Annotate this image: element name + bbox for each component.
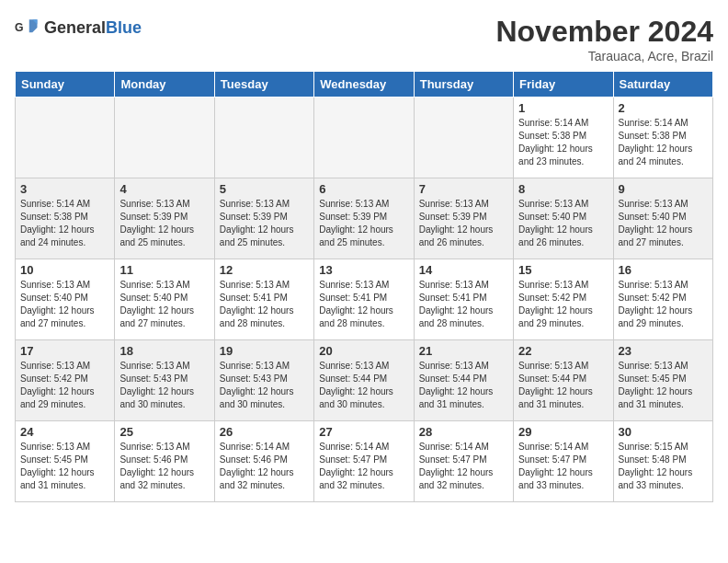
calendar-day-cell: 17 Sunrise: 5:13 AMSunset: 5:42 PMDaylig… xyxy=(16,340,115,421)
header-thursday: Thursday xyxy=(414,72,513,98)
day-number: 24 xyxy=(20,425,109,439)
calendar-day-cell: 19 Sunrise: 5:13 AMSunset: 5:43 PMDaylig… xyxy=(214,340,313,421)
day-number: 3 xyxy=(20,182,109,196)
calendar-day-cell: 7 Sunrise: 5:13 AMSunset: 5:39 PMDayligh… xyxy=(414,178,513,259)
calendar-week-row: 3 Sunrise: 5:14 AMSunset: 5:38 PMDayligh… xyxy=(16,178,713,259)
day-info: Sunrise: 5:14 AMSunset: 5:47 PMDaylight:… xyxy=(319,441,408,492)
calendar-day-cell: 15 Sunrise: 5:13 AMSunset: 5:42 PMDaylig… xyxy=(514,259,613,340)
calendar-day-cell: 18 Sunrise: 5:13 AMSunset: 5:43 PMDaylig… xyxy=(115,340,214,421)
day-info: Sunrise: 5:13 AMSunset: 5:44 PMDaylight:… xyxy=(518,360,608,411)
day-number: 21 xyxy=(419,344,508,358)
calendar-day-cell: 13 Sunrise: 5:13 AMSunset: 5:41 PMDaylig… xyxy=(314,259,414,340)
day-number: 8 xyxy=(518,182,608,196)
calendar-week-row: 10 Sunrise: 5:13 AMSunset: 5:40 PMDaylig… xyxy=(16,259,713,340)
day-number: 1 xyxy=(518,101,608,115)
day-number: 17 xyxy=(20,344,109,358)
calendar-day-cell xyxy=(414,98,513,178)
day-number: 6 xyxy=(319,182,408,196)
day-info: Sunrise: 5:13 AMSunset: 5:39 PMDaylight:… xyxy=(419,198,508,249)
day-number: 25 xyxy=(119,425,209,439)
calendar-table: Sunday Monday Tuesday Wednesday Thursday… xyxy=(15,71,713,502)
calendar-day-cell: 10 Sunrise: 5:13 AMSunset: 5:40 PMDaylig… xyxy=(16,259,115,340)
calendar-day-cell xyxy=(314,98,414,178)
day-number: 22 xyxy=(518,344,608,358)
header-sunday: Sunday xyxy=(16,72,115,98)
calendar-day-cell: 12 Sunrise: 5:13 AMSunset: 5:41 PMDaylig… xyxy=(214,259,313,340)
calendar-day-cell: 2 Sunrise: 5:14 AMSunset: 5:38 PMDayligh… xyxy=(613,98,712,178)
day-info: Sunrise: 5:14 AMSunset: 5:46 PMDaylight:… xyxy=(220,441,309,492)
day-info: Sunrise: 5:13 AMSunset: 5:42 PMDaylight:… xyxy=(619,279,708,330)
day-number: 29 xyxy=(518,425,608,439)
calendar-day-cell xyxy=(214,98,313,178)
day-info: Sunrise: 5:13 AMSunset: 5:42 PMDaylight:… xyxy=(518,279,608,330)
calendar-week-row: 1 Sunrise: 5:14 AMSunset: 5:38 PMDayligh… xyxy=(16,98,713,178)
calendar-day-cell: 14 Sunrise: 5:13 AMSunset: 5:41 PMDaylig… xyxy=(414,259,513,340)
calendar-day-cell: 27 Sunrise: 5:14 AMSunset: 5:47 PMDaylig… xyxy=(314,421,414,502)
header-tuesday: Tuesday xyxy=(214,72,313,98)
day-info: Sunrise: 5:13 AMSunset: 5:42 PMDaylight:… xyxy=(20,360,109,411)
calendar-day-cell: 11 Sunrise: 5:13 AMSunset: 5:40 PMDaylig… xyxy=(115,259,214,340)
day-number: 26 xyxy=(220,425,309,439)
day-info: Sunrise: 5:13 AMSunset: 5:43 PMDaylight:… xyxy=(119,360,209,411)
calendar-day-cell: 25 Sunrise: 5:13 AMSunset: 5:46 PMDaylig… xyxy=(115,421,214,502)
calendar-day-cell: 9 Sunrise: 5:13 AMSunset: 5:40 PMDayligh… xyxy=(613,178,712,259)
day-info: Sunrise: 5:13 AMSunset: 5:40 PMDaylight:… xyxy=(518,198,608,249)
header-wednesday: Wednesday xyxy=(314,72,414,98)
day-info: Sunrise: 5:13 AMSunset: 5:40 PMDaylight:… xyxy=(119,279,209,330)
day-info: Sunrise: 5:13 AMSunset: 5:45 PMDaylight:… xyxy=(20,441,109,492)
calendar-day-cell: 21 Sunrise: 5:13 AMSunset: 5:44 PMDaylig… xyxy=(414,340,513,421)
calendar-day-cell: 26 Sunrise: 5:14 AMSunset: 5:46 PMDaylig… xyxy=(214,421,313,502)
day-info: Sunrise: 5:13 AMSunset: 5:41 PMDaylight:… xyxy=(419,279,508,330)
day-number: 12 xyxy=(220,263,309,277)
calendar-day-cell: 16 Sunrise: 5:13 AMSunset: 5:42 PMDaylig… xyxy=(613,259,712,340)
day-number: 16 xyxy=(619,263,708,277)
day-number: 19 xyxy=(220,344,309,358)
logo-text-blue: Blue xyxy=(106,18,142,37)
calendar-day-cell: 28 Sunrise: 5:14 AMSunset: 5:47 PMDaylig… xyxy=(414,421,513,502)
logo-icon: G xyxy=(15,15,40,40)
day-number: 4 xyxy=(119,182,209,196)
calendar-day-cell: 8 Sunrise: 5:13 AMSunset: 5:40 PMDayligh… xyxy=(514,178,613,259)
day-info: Sunrise: 5:14 AMSunset: 5:38 PMDaylight:… xyxy=(518,117,608,168)
location-subtitle: Tarauaca, Acre, Brazil xyxy=(495,49,713,63)
calendar-day-cell: 6 Sunrise: 5:13 AMSunset: 5:39 PMDayligh… xyxy=(314,178,414,259)
day-number: 18 xyxy=(119,344,209,358)
calendar-day-cell: 4 Sunrise: 5:13 AMSunset: 5:39 PMDayligh… xyxy=(115,178,214,259)
calendar-day-cell xyxy=(115,98,214,178)
day-info: Sunrise: 5:13 AMSunset: 5:46 PMDaylight:… xyxy=(119,441,209,492)
day-info: Sunrise: 5:13 AMSunset: 5:45 PMDaylight:… xyxy=(619,360,708,411)
day-info: Sunrise: 5:13 AMSunset: 5:44 PMDaylight:… xyxy=(419,360,508,411)
day-info: Sunrise: 5:13 AMSunset: 5:39 PMDaylight:… xyxy=(319,198,408,249)
calendar-day-cell: 3 Sunrise: 5:14 AMSunset: 5:38 PMDayligh… xyxy=(16,178,115,259)
header-friday: Friday xyxy=(514,72,613,98)
month-year-title: November 2024 xyxy=(495,15,713,49)
day-number: 28 xyxy=(419,425,508,439)
header-monday: Monday xyxy=(115,72,214,98)
calendar-day-cell: 23 Sunrise: 5:13 AMSunset: 5:45 PMDaylig… xyxy=(613,340,712,421)
day-info: Sunrise: 5:13 AMSunset: 5:39 PMDaylight:… xyxy=(119,198,209,249)
calendar-day-cell xyxy=(16,98,115,178)
day-number: 27 xyxy=(319,425,408,439)
day-info: Sunrise: 5:13 AMSunset: 5:40 PMDaylight:… xyxy=(619,198,708,249)
day-info: Sunrise: 5:13 AMSunset: 5:43 PMDaylight:… xyxy=(220,360,309,411)
day-number: 23 xyxy=(619,344,708,358)
day-number: 20 xyxy=(319,344,408,358)
calendar-day-cell: 30 Sunrise: 5:15 AMSunset: 5:48 PMDaylig… xyxy=(613,421,712,502)
day-number: 30 xyxy=(619,425,708,439)
calendar-week-row: 24 Sunrise: 5:13 AMSunset: 5:45 PMDaylig… xyxy=(16,421,713,502)
day-info: Sunrise: 5:13 AMSunset: 5:40 PMDaylight:… xyxy=(20,279,109,330)
header-saturday: Saturday xyxy=(613,72,712,98)
calendar-day-cell: 24 Sunrise: 5:13 AMSunset: 5:45 PMDaylig… xyxy=(16,421,115,502)
svg-text:G: G xyxy=(15,21,24,34)
calendar-week-row: 17 Sunrise: 5:13 AMSunset: 5:42 PMDaylig… xyxy=(16,340,713,421)
day-info: Sunrise: 5:13 AMSunset: 5:41 PMDaylight:… xyxy=(220,279,309,330)
day-info: Sunrise: 5:14 AMSunset: 5:38 PMDaylight:… xyxy=(619,117,708,168)
calendar-day-cell: 20 Sunrise: 5:13 AMSunset: 5:44 PMDaylig… xyxy=(314,340,414,421)
day-info: Sunrise: 5:15 AMSunset: 5:48 PMDaylight:… xyxy=(619,441,708,492)
day-number: 7 xyxy=(419,182,508,196)
day-info: Sunrise: 5:13 AMSunset: 5:41 PMDaylight:… xyxy=(319,279,408,330)
day-info: Sunrise: 5:13 AMSunset: 5:44 PMDaylight:… xyxy=(319,360,408,411)
day-number: 2 xyxy=(619,101,708,115)
day-number: 11 xyxy=(119,263,209,277)
day-number: 15 xyxy=(518,263,608,277)
